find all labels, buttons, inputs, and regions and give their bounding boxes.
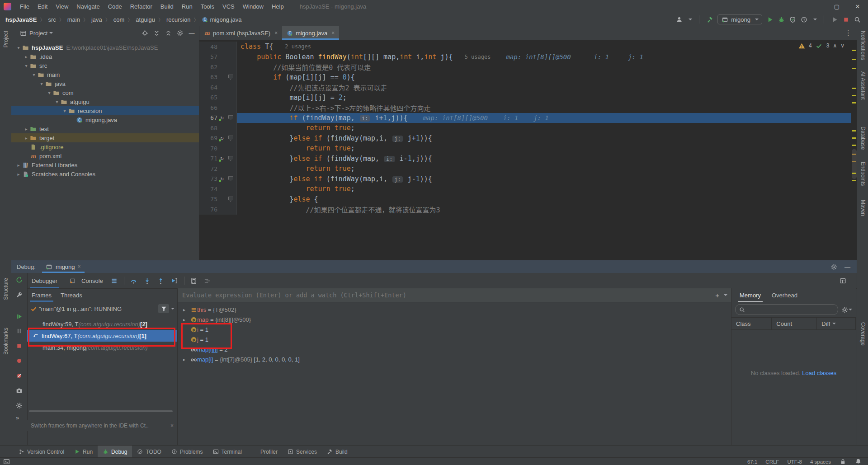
tree-item-hspJavaSE[interactable]: ▾hspJavaSEE:\workplace01\javaSE\hspJavaS… xyxy=(11,43,199,52)
add-watch-icon[interactable]: + xyxy=(715,291,719,299)
menu-item-code[interactable]: Code xyxy=(104,3,126,10)
menu-item-navigate[interactable]: Navigate xyxy=(72,3,104,10)
stack-frame[interactable]: findWay:67, T (com.atguigu.recursion) [1… xyxy=(27,330,177,342)
tree-chevron-icon[interactable]: ▸ xyxy=(23,54,30,59)
tree-item-main[interactable]: ▾main xyxy=(11,70,199,79)
notifications-icon[interactable] xyxy=(854,458,862,465)
variable-row-i[interactable]: pi = 1 xyxy=(178,324,731,334)
fold-marker-icon[interactable] xyxy=(228,136,233,141)
search-everywhere-icon[interactable] xyxy=(854,16,861,23)
fold-marker-icon[interactable] xyxy=(228,197,233,202)
project-view-dropdown-icon[interactable] xyxy=(49,32,53,34)
variable-row-map[i][interactable]: ▸map[i] = {int[7]@505} [1, 2, 0, 0, 0, 0… xyxy=(178,354,731,364)
variable-row-this[interactable]: ▸this = {T@502} xyxy=(178,305,731,315)
debug-session-tab[interactable]: migong × xyxy=(42,260,85,273)
recursive-call-icon[interactable]: ↻ xyxy=(219,115,225,121)
recursive-call-icon[interactable]: ↻ xyxy=(219,176,225,182)
memory-search-input[interactable] xyxy=(748,306,834,313)
run-to-cursor-icon[interactable] xyxy=(171,277,178,284)
memory-search-field[interactable] xyxy=(735,304,838,315)
tool-strip-item-structure[interactable]: Structure xyxy=(0,278,11,300)
variable-row-map[i][j][interactable]: map[i][j] = 2 xyxy=(178,344,731,354)
gutter[interactable]: 62 xyxy=(199,62,237,72)
gutter[interactable]: 71↻ xyxy=(199,154,237,164)
code-line-64[interactable]: 64 //先把该点设置为2 表示可以走 xyxy=(199,82,851,93)
usages-hint[interactable]: 2 usages xyxy=(285,43,311,50)
dismiss-hint-icon[interactable]: × xyxy=(170,423,174,429)
stripe-mark[interactable] xyxy=(852,59,856,60)
evaluate-dropdown-icon[interactable] xyxy=(724,294,727,296)
stripe-mark[interactable] xyxy=(852,154,856,155)
layout-settings-icon[interactable] xyxy=(111,277,118,284)
project-panel-title[interactable]: Project xyxy=(29,30,47,37)
frames-tab-threads[interactable]: Threads xyxy=(56,288,87,302)
stripe-mark[interactable] xyxy=(852,145,856,146)
step-out-icon[interactable] xyxy=(157,277,165,284)
tree-item-External Libraries[interactable]: ▸External Libraries xyxy=(11,160,199,169)
code-line-76[interactable]: 76 //如果四个位置都走不通，就将该位置置为3 xyxy=(199,204,851,215)
gutter[interactable]: 57 xyxy=(199,52,237,62)
fold-marker-icon[interactable] xyxy=(228,156,233,161)
screen-reader-icon[interactable] xyxy=(3,458,10,465)
rerun-button[interactable] xyxy=(15,276,23,283)
code-line-68[interactable]: 68 return true; xyxy=(199,123,851,133)
gutter[interactable]: 66 xyxy=(199,103,237,113)
breadcrumb-item[interactable]: main xyxy=(67,16,80,23)
variable-row-map[interactable]: ▸pmap = {int[8][]@500} xyxy=(178,315,731,324)
code-line-62[interactable]: 62 //如果当前位置是0 代表可以走 xyxy=(199,62,851,72)
tree-item-Scratches and Consoles[interactable]: ▸Scratches and Consoles xyxy=(11,169,199,178)
tree-chevron-icon[interactable]: ▸ xyxy=(23,127,30,132)
menu-item-help[interactable]: Help xyxy=(268,3,288,10)
menu-item-build[interactable]: Build xyxy=(156,3,178,10)
gutter[interactable]: 48 xyxy=(199,42,237,52)
memory-settings-dropdown[interactable] xyxy=(849,309,852,310)
tree-chevron-icon[interactable]: ▸ xyxy=(15,163,22,168)
editor-tab[interactable]: mpom.xml (hspJavaSE)× xyxy=(199,26,282,40)
stripe-mark[interactable] xyxy=(852,95,856,96)
tool-strip-item-bookmarks[interactable]: Bookmarks xyxy=(0,328,11,355)
file-encoding[interactable]: UTF-8 xyxy=(787,459,802,465)
stripe-mark[interactable] xyxy=(852,50,856,51)
toolwindow-button-debug[interactable]: Debug xyxy=(98,446,132,458)
code-line-67[interactable]: 67↻ if (findWay(map, i: i+1,j)){map: int… xyxy=(199,113,851,123)
tree-chevron-icon[interactable]: ▾ xyxy=(46,90,53,95)
breadcrumb-item[interactable]: recursion xyxy=(166,16,190,23)
horizontal-scrollbar[interactable] xyxy=(29,410,173,412)
tree-item-test[interactable]: ▸test xyxy=(11,124,199,133)
fold-marker-icon[interactable] xyxy=(228,115,233,120)
evaluate-expression-icon[interactable] xyxy=(190,277,198,284)
toolwindow-button-services[interactable]: Services xyxy=(283,446,322,458)
evaluate-expression-input[interactable] xyxy=(181,291,712,299)
gutter[interactable]: 69↻ xyxy=(199,133,237,144)
user-dropdown-icon[interactable] xyxy=(689,19,692,20)
code-line-57[interactable]: 57 public Boolean findWay(int[][] map,in… xyxy=(199,52,851,62)
caret-position[interactable]: 67:1 xyxy=(747,459,757,465)
hide-debug-panel-icon[interactable]: — xyxy=(844,263,850,270)
tree-chevron-icon[interactable]: ▾ xyxy=(38,81,45,86)
inspection-widget[interactable]: 4 3 ∧ ∨ xyxy=(798,42,844,49)
stripe-mark[interactable] xyxy=(852,161,856,162)
code-line-48[interactable]: 48class T{2 usages xyxy=(199,42,851,52)
hide-panel-icon[interactable]: — xyxy=(188,29,195,37)
tree-item-migong.java[interactable]: Cmigong.java xyxy=(11,115,199,124)
gutter[interactable]: 74 xyxy=(199,184,237,194)
resume-button[interactable] xyxy=(15,313,23,320)
tree-chevron-icon[interactable]: ▾ xyxy=(61,108,68,113)
gutter[interactable]: 65 xyxy=(199,93,237,103)
gutter[interactable]: 76 xyxy=(199,204,237,215)
evaluate-expression-bar[interactable]: + xyxy=(178,288,731,302)
run-button[interactable] xyxy=(766,16,774,23)
toolwindow-button-profiler[interactable]: Profiler xyxy=(247,446,283,458)
stripe-mark[interactable] xyxy=(852,68,856,69)
menu-item-vcs[interactable]: VCS xyxy=(218,3,239,10)
panel-settings-icon[interactable] xyxy=(176,29,184,37)
expand-all-icon[interactable] xyxy=(153,29,160,37)
fold-marker-icon[interactable] xyxy=(228,75,233,80)
tree-item-com[interactable]: ▾com xyxy=(11,88,199,97)
variable-row-j[interactable]: pj = 1 xyxy=(178,334,731,344)
tool-strip-item-coverage[interactable]: Coverage xyxy=(857,322,868,346)
toolwindow-button-run[interactable]: Run xyxy=(69,446,98,458)
tool-strip-item-project[interactable]: Project xyxy=(0,31,11,47)
code-line-69[interactable]: 69↻ }else if (findWay(map,i, j: j+1)){ xyxy=(199,133,851,144)
toolwindow-button-todo[interactable]: TODO xyxy=(132,446,166,458)
